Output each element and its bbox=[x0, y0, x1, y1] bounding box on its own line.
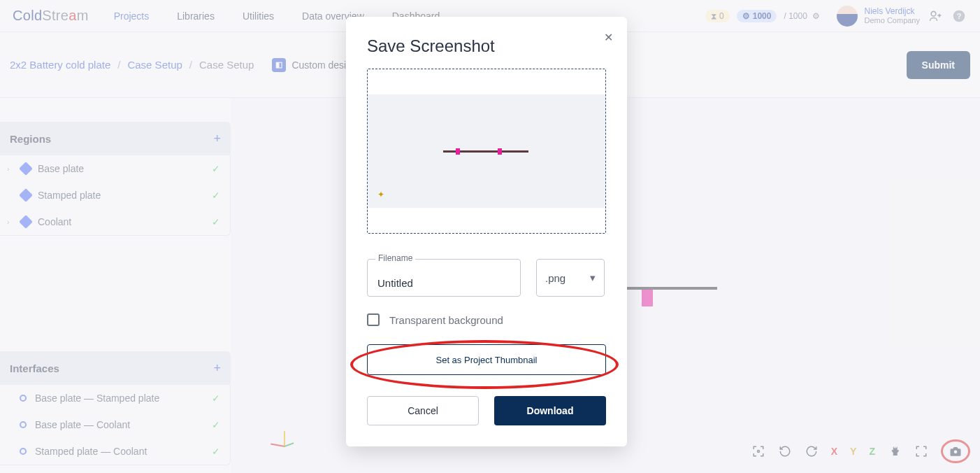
transparent-bg-label: Transparent background bbox=[389, 314, 503, 326]
filename-label: Filename bbox=[375, 253, 415, 263]
modal-title: Save Screenshot bbox=[367, 36, 606, 56]
set-thumbnail-button[interactable]: Set as Project Thumbnail bbox=[367, 344, 606, 375]
transparent-bg-checkbox[interactable] bbox=[367, 313, 380, 326]
extension-field: .png ▾ bbox=[536, 259, 605, 297]
save-screenshot-modal: Save Screenshot ✕ ✦ Filename .png ▾ Tran… bbox=[346, 17, 627, 446]
extension-select[interactable]: .png ▾ bbox=[536, 259, 605, 297]
filename-input[interactable] bbox=[367, 259, 521, 297]
close-icon[interactable]: ✕ bbox=[604, 31, 613, 44]
chevron-down-icon: ▾ bbox=[590, 271, 596, 284]
download-button[interactable]: Download bbox=[494, 396, 606, 425]
screenshot-preview: ✦ bbox=[367, 69, 606, 234]
extension-value: .png bbox=[545, 272, 565, 284]
axis-gizmo-icon: ✦ bbox=[377, 190, 384, 199]
cancel-button[interactable]: Cancel bbox=[367, 396, 479, 425]
filename-field: Filename bbox=[367, 259, 521, 297]
